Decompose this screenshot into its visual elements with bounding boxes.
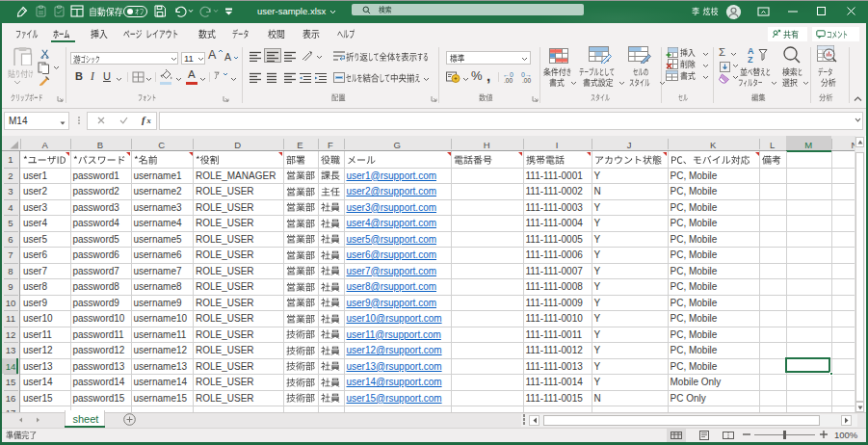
svg-text:.00: .00 (522, 77, 531, 84)
svg-text:Z: Z (748, 55, 753, 64)
svg-text:.00: .00 (504, 77, 513, 84)
